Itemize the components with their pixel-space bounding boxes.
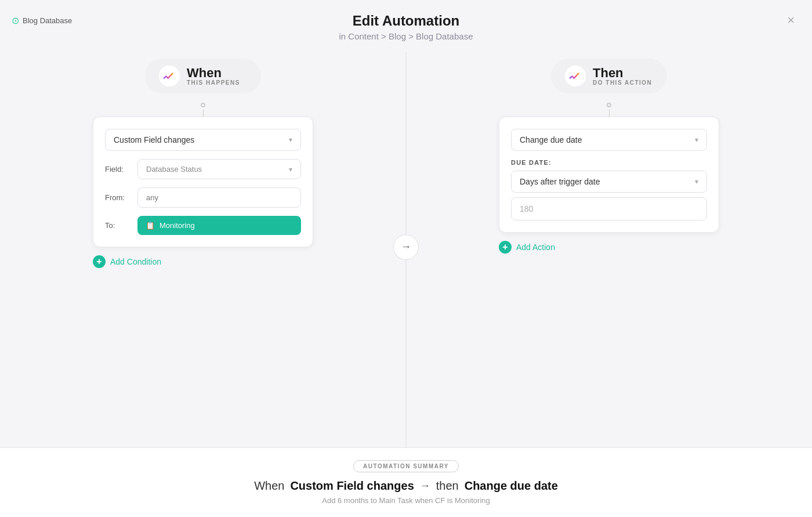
action-dropdown[interactable]: Change due date ▾ — [511, 129, 707, 151]
then-sub-word: DO THIS ACTION — [593, 79, 652, 86]
add-action-label: Add Action — [516, 243, 555, 252]
add-action-link[interactable]: + Add Action — [499, 241, 555, 254]
monitoring-icon: 📋 — [146, 221, 155, 230]
when-bubble-text: When THIS HAPPENS — [187, 67, 240, 86]
page-subtitle: in Content > Blog > Blog Database — [0, 31, 812, 41]
then-bubble: Then DO THIS ACTION — [551, 59, 667, 93]
then-panel: Then DO THIS ACTION Change due date ▾ DU… — [406, 47, 812, 447]
when-panel: When THIS HAPPENS Custom Field changes ▾… — [0, 47, 406, 447]
summary-badge: AUTOMATION SUMMARY — [353, 460, 459, 472]
due-date-label: DUE DATE: — [511, 159, 707, 166]
bottom-bar: AUTOMATION SUMMARY When Custom Field cha… — [0, 447, 812, 517]
field-label: Field: — [105, 165, 132, 173]
when-bubble: When THIS HAPPENS — [145, 59, 261, 93]
summary-when-text: When — [254, 479, 284, 493]
trigger-dropdown-arrow: ▾ — [289, 136, 292, 144]
location-label: ⊙ Blog Database — [12, 15, 72, 26]
summary-text: When Custom Field changes → then Change … — [254, 479, 558, 493]
to-label: To: — [105, 221, 132, 230]
clickup-logo-when — [163, 70, 176, 82]
summary-arrow: → — [420, 480, 430, 492]
when-main-word: When — [187, 67, 240, 79]
from-input[interactable] — [137, 187, 301, 208]
when-connector-line — [203, 110, 204, 117]
then-main-word: Then — [593, 67, 652, 79]
from-label: From: — [105, 193, 132, 202]
summary-sub: Add 6 months to Main Task when CF is Mon… — [322, 496, 490, 505]
summary-when-bold: Custom Field changes — [290, 479, 414, 493]
monitoring-label: Monitoring — [160, 221, 195, 230]
to-monitoring-badge[interactable]: 📋 Monitoring — [137, 216, 301, 235]
add-condition-link[interactable]: + Add Condition — [93, 255, 161, 268]
header: ⊙ Blog Database Edit Automation in Conte… — [0, 0, 812, 47]
when-connector-dot — [201, 103, 205, 107]
to-row: To: 📋 Monitoring — [105, 216, 301, 235]
then-icon-container — [565, 66, 586, 86]
summary-then-text: then — [436, 479, 459, 493]
when-sub-word: THIS HAPPENS — [187, 79, 240, 86]
add-action-icon: + — [499, 241, 512, 254]
field-dropdown-arrow: ▾ — [289, 165, 292, 173]
then-connector-dot — [607, 103, 611, 107]
close-button[interactable]: × — [787, 14, 795, 27]
trigger-dropdown-value: Custom Field changes — [114, 135, 194, 144]
location-icon: ⊙ — [12, 15, 19, 26]
then-card: Change due date ▾ DUE DATE: Days after t… — [499, 117, 719, 233]
from-row: From: — [105, 187, 301, 208]
when-icon-container — [159, 66, 180, 86]
add-condition-label: Add Condition — [110, 257, 161, 266]
due-date-dropdown-arrow: ▾ — [695, 178, 698, 186]
summary-then-bold: Change due date — [465, 479, 558, 493]
page-title: Edit Automation — [0, 13, 812, 29]
then-connector-line — [609, 110, 610, 117]
location-text: Blog Database — [23, 16, 72, 25]
then-bubble-text: Then DO THIS ACTION — [593, 67, 652, 86]
field-row: Field: Database Status ▾ — [105, 159, 301, 179]
main-area: When THIS HAPPENS Custom Field changes ▾… — [0, 47, 812, 447]
clickup-logo-then — [569, 70, 582, 82]
when-card: Custom Field changes ▾ Field: Database S… — [93, 117, 313, 247]
days-input[interactable] — [511, 197, 707, 220]
due-date-dropdown[interactable]: Days after trigger date ▾ — [511, 171, 707, 193]
action-dropdown-value: Change due date — [520, 135, 582, 144]
center-arrow: → — [393, 234, 419, 260]
field-value: Database Status — [146, 165, 202, 173]
due-date-dropdown-value: Days after trigger date — [520, 177, 600, 186]
action-dropdown-arrow: ▾ — [695, 136, 698, 144]
field-dropdown[interactable]: Database Status ▾ — [137, 159, 301, 179]
add-condition-icon: + — [93, 255, 106, 268]
trigger-dropdown[interactable]: Custom Field changes ▾ — [105, 129, 301, 151]
